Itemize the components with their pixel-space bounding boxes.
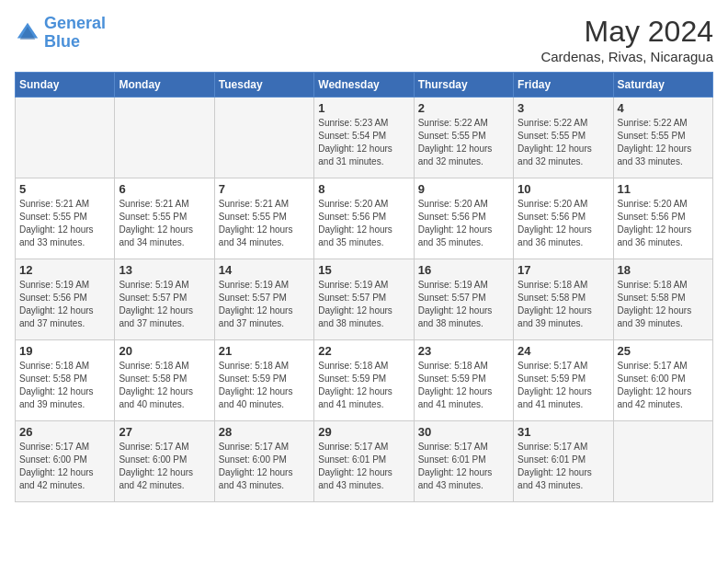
day-number: 8 [318, 182, 409, 196]
day-info: Sunrise: 5:18 AMSunset: 5:59 PMDaylight:… [318, 360, 409, 411]
calendar-cell: 13Sunrise: 5:19 AMSunset: 5:57 PMDayligh… [115, 259, 214, 340]
day-number: 6 [119, 182, 210, 196]
calendar-cell: 30Sunrise: 5:17 AMSunset: 6:01 PMDayligh… [414, 421, 513, 502]
calendar-cell [115, 98, 214, 178]
calendar-cell: 4Sunrise: 5:22 AMSunset: 5:55 PMDaylight… [613, 98, 712, 178]
page-header: General Blue May 2024 Cardenas, Rivas, N… [15, 15, 713, 64]
calendar-cell: 24Sunrise: 5:17 AMSunset: 5:59 PMDayligh… [514, 340, 613, 421]
day-info: Sunrise: 5:17 AMSunset: 6:01 PMDaylight:… [518, 441, 609, 492]
day-info: Sunrise: 5:20 AMSunset: 5:56 PMDaylight:… [618, 198, 709, 249]
calendar-cell: 23Sunrise: 5:18 AMSunset: 5:59 PMDayligh… [414, 340, 513, 421]
day-number: 22 [318, 344, 409, 358]
week-row-4: 19Sunrise: 5:18 AMSunset: 5:58 PMDayligh… [16, 340, 713, 421]
calendar-cell: 7Sunrise: 5:21 AMSunset: 5:55 PMDaylight… [214, 178, 313, 259]
day-info: Sunrise: 5:19 AMSunset: 5:57 PMDaylight:… [119, 279, 210, 330]
day-info: Sunrise: 5:17 AMSunset: 5:59 PMDaylight:… [518, 360, 609, 411]
calendar-cell: 19Sunrise: 5:18 AMSunset: 5:58 PMDayligh… [16, 340, 115, 421]
day-number: 13 [119, 263, 210, 277]
day-number: 19 [19, 344, 110, 358]
day-info: Sunrise: 5:22 AMSunset: 5:55 PMDaylight:… [518, 117, 609, 168]
day-info: Sunrise: 5:20 AMSunset: 5:56 PMDaylight:… [518, 198, 609, 249]
day-number: 17 [518, 263, 609, 277]
day-info: Sunrise: 5:22 AMSunset: 5:55 PMDaylight:… [618, 117, 709, 168]
calendar-cell: 21Sunrise: 5:18 AMSunset: 5:59 PMDayligh… [214, 340, 313, 421]
day-number: 27 [119, 425, 210, 439]
day-info: Sunrise: 5:23 AMSunset: 5:54 PMDaylight:… [318, 117, 409, 168]
day-info: Sunrise: 5:17 AMSunset: 6:00 PMDaylight:… [119, 441, 210, 492]
calendar-cell: 5Sunrise: 5:21 AMSunset: 5:55 PMDaylight… [16, 178, 115, 259]
calendar-cell: 27Sunrise: 5:17 AMSunset: 6:00 PMDayligh… [115, 421, 214, 502]
weekday-header-friday: Friday [514, 73, 613, 98]
weekday-header-saturday: Saturday [613, 73, 712, 98]
day-number: 2 [418, 101, 509, 115]
calendar-cell: 22Sunrise: 5:18 AMSunset: 5:59 PMDayligh… [314, 340, 414, 421]
calendar-cell: 29Sunrise: 5:17 AMSunset: 6:01 PMDayligh… [314, 421, 414, 502]
day-info: Sunrise: 5:17 AMSunset: 6:01 PMDaylight:… [318, 441, 409, 492]
day-number: 1 [318, 101, 409, 115]
calendar-cell: 2Sunrise: 5:22 AMSunset: 5:55 PMDaylight… [414, 98, 513, 178]
logo-blue: Blue [44, 32, 80, 51]
day-number: 10 [518, 182, 609, 196]
day-info: Sunrise: 5:21 AMSunset: 5:55 PMDaylight:… [119, 198, 210, 249]
day-info: Sunrise: 5:19 AMSunset: 5:57 PMDaylight:… [219, 279, 310, 330]
calendar-cell [214, 98, 313, 178]
calendar-cell: 31Sunrise: 5:17 AMSunset: 6:01 PMDayligh… [514, 421, 613, 502]
day-number: 31 [518, 425, 609, 439]
calendar-cell: 11Sunrise: 5:20 AMSunset: 5:56 PMDayligh… [613, 178, 712, 259]
calendar-cell: 15Sunrise: 5:19 AMSunset: 5:57 PMDayligh… [314, 259, 414, 340]
day-number: 28 [219, 425, 310, 439]
calendar-cell: 28Sunrise: 5:17 AMSunset: 6:00 PMDayligh… [214, 421, 313, 502]
day-number: 16 [418, 263, 509, 277]
day-info: Sunrise: 5:19 AMSunset: 5:56 PMDaylight:… [19, 279, 110, 330]
calendar-cell: 3Sunrise: 5:22 AMSunset: 5:55 PMDaylight… [514, 98, 613, 178]
logo-general: General [44, 14, 106, 32]
day-number: 23 [418, 344, 509, 358]
day-info: Sunrise: 5:18 AMSunset: 5:58 PMDaylight:… [119, 360, 210, 411]
day-info: Sunrise: 5:17 AMSunset: 6:00 PMDaylight:… [19, 441, 110, 492]
day-number: 4 [618, 101, 709, 115]
day-number: 30 [418, 425, 509, 439]
day-info: Sunrise: 5:18 AMSunset: 5:59 PMDaylight:… [418, 360, 509, 411]
week-row-2: 5Sunrise: 5:21 AMSunset: 5:55 PMDaylight… [16, 178, 713, 259]
calendar-cell [613, 421, 712, 502]
calendar-table: SundayMondayTuesdayWednesdayThursdayFrid… [15, 72, 713, 502]
logo-text: General Blue [44, 15, 106, 52]
day-number: 29 [318, 425, 409, 439]
day-info: Sunrise: 5:17 AMSunset: 6:00 PMDaylight:… [618, 360, 709, 411]
logo: General Blue [15, 15, 106, 52]
day-info: Sunrise: 5:20 AMSunset: 5:56 PMDaylight:… [318, 198, 409, 249]
day-number: 7 [219, 182, 310, 196]
week-row-3: 12Sunrise: 5:19 AMSunset: 5:56 PMDayligh… [16, 259, 713, 340]
calendar-cell: 14Sunrise: 5:19 AMSunset: 5:57 PMDayligh… [214, 259, 313, 340]
calendar-cell [16, 98, 115, 178]
day-number: 24 [518, 344, 609, 358]
calendar-cell: 9Sunrise: 5:20 AMSunset: 5:56 PMDaylight… [414, 178, 513, 259]
weekday-header-monday: Monday [115, 73, 214, 98]
calendar-cell: 25Sunrise: 5:17 AMSunset: 6:00 PMDayligh… [613, 340, 712, 421]
weekday-header-sunday: Sunday [16, 73, 115, 98]
calendar-cell: 10Sunrise: 5:20 AMSunset: 5:56 PMDayligh… [514, 178, 613, 259]
day-info: Sunrise: 5:19 AMSunset: 5:57 PMDaylight:… [318, 279, 409, 330]
day-info: Sunrise: 5:20 AMSunset: 5:56 PMDaylight:… [418, 198, 509, 249]
day-info: Sunrise: 5:17 AMSunset: 6:00 PMDaylight:… [219, 441, 310, 492]
day-info: Sunrise: 5:21 AMSunset: 5:55 PMDaylight:… [219, 198, 310, 249]
calendar-cell: 20Sunrise: 5:18 AMSunset: 5:58 PMDayligh… [115, 340, 214, 421]
day-number: 14 [219, 263, 310, 277]
day-info: Sunrise: 5:22 AMSunset: 5:55 PMDaylight:… [418, 117, 509, 168]
day-number: 9 [418, 182, 509, 196]
title-block: May 2024 Cardenas, Rivas, Nicaragua [540, 15, 713, 64]
calendar-cell: 17Sunrise: 5:18 AMSunset: 5:58 PMDayligh… [514, 259, 613, 340]
day-number: 26 [19, 425, 110, 439]
day-number: 20 [119, 344, 210, 358]
week-row-1: 1Sunrise: 5:23 AMSunset: 5:54 PMDaylight… [16, 98, 713, 178]
location-title: Cardenas, Rivas, Nicaragua [540, 49, 713, 64]
day-number: 15 [318, 263, 409, 277]
day-info: Sunrise: 5:18 AMSunset: 5:58 PMDaylight:… [518, 279, 609, 330]
day-info: Sunrise: 5:17 AMSunset: 6:01 PMDaylight:… [418, 441, 509, 492]
day-info: Sunrise: 5:18 AMSunset: 5:59 PMDaylight:… [219, 360, 310, 411]
month-title: May 2024 [540, 15, 713, 49]
week-row-5: 26Sunrise: 5:17 AMSunset: 6:00 PMDayligh… [16, 421, 713, 502]
calendar-cell: 6Sunrise: 5:21 AMSunset: 5:55 PMDaylight… [115, 178, 214, 259]
weekday-header-row: SundayMondayTuesdayWednesdayThursdayFrid… [16, 73, 713, 98]
day-number: 12 [19, 263, 110, 277]
